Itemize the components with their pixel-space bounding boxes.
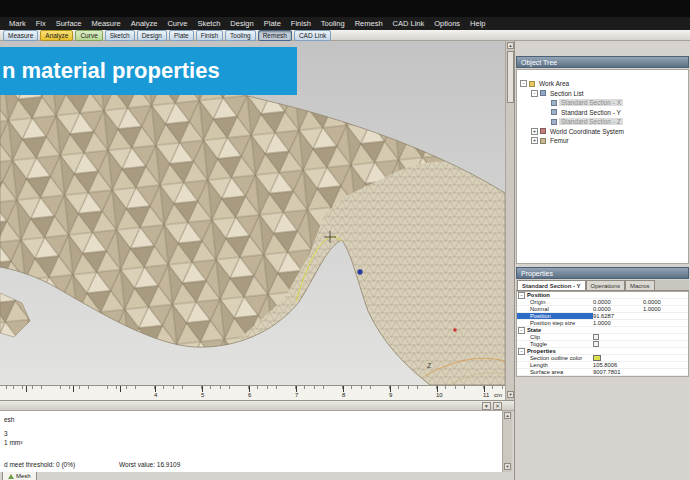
collapse-icon[interactable]: - [531, 90, 538, 97]
mesh-icon [540, 138, 546, 144]
toolbar-tab-sketch[interactable]: Sketch [105, 30, 135, 41]
threshold-text: d meet threshold: 0 (0%) [4, 461, 75, 468]
property-value[interactable] [593, 341, 643, 347]
toolbar-tab-remesh[interactable]: Remesh [258, 30, 292, 41]
coordinate-system-icon [540, 128, 546, 134]
mesh-icon [8, 474, 14, 479]
scroll-up-icon[interactable]: ▲ [504, 412, 511, 419]
menu-item-mark[interactable]: Mark [4, 19, 31, 28]
caption-text: n material properties [2, 58, 220, 84]
threshold-status: d meet threshold: 0 (0%) Worst value: 16… [4, 461, 180, 468]
ruler-number: 11 [483, 392, 489, 398]
section-icon [551, 100, 557, 106]
menu-item-plate[interactable]: Plate [259, 19, 286, 28]
tab-macros[interactable]: Macros [625, 280, 655, 290]
collapse-icon[interactable]: - [518, 292, 525, 299]
property-value[interactable]: 0.0000 [593, 306, 643, 312]
application-window: MarkFixSurfaceMeasureAnalyzeCurveSketchD… [0, 0, 690, 480]
section-icon [551, 119, 557, 125]
tree-item-work-area[interactable]: -Work Area [517, 79, 688, 89]
color-swatch-icon[interactable] [593, 355, 601, 361]
toolbar-tab-cad-link[interactable]: CAD Link [294, 30, 331, 41]
ruler-number: 9 [389, 392, 392, 398]
menu-item-sketch[interactable]: Sketch [192, 19, 225, 28]
tree-item-femur[interactable]: +Femur [517, 136, 688, 146]
collapse-icon[interactable]: - [518, 327, 525, 334]
expand-icon[interactable]: + [531, 128, 538, 135]
expand-icon[interactable]: + [531, 137, 538, 144]
stats-scrollbar[interactable]: ▲ ▼ [502, 411, 512, 472]
menu-item-measure[interactable]: Measure [87, 19, 126, 28]
menu-item-surface[interactable]: Surface [51, 19, 87, 28]
property-value[interactable] [593, 355, 643, 361]
tab-mesh-label: Mesh [16, 473, 31, 479]
tree-item-label: Standard Section - X [559, 99, 623, 106]
property-value[interactable] [593, 334, 643, 340]
tree-item-world-coordinate-system[interactable]: +World Coordinate System [517, 127, 688, 137]
close-icon[interactable]: ✕ [493, 402, 502, 410]
titlebar [0, 0, 690, 17]
property-row-length: Length105.8006 [517, 362, 688, 369]
scrollbar-thumb[interactable] [507, 51, 514, 103]
toolbar-tab-curve[interactable]: Curve [75, 30, 102, 41]
toolbar-tab-plate[interactable]: Plate [169, 30, 194, 41]
object-tree: -Work Area-Section ListStandard Section … [516, 69, 689, 264]
tree-item-label: Section List [548, 90, 586, 97]
menu-item-fix[interactable]: Fix [31, 19, 51, 28]
property-value[interactable]: 0.0000 [593, 299, 643, 305]
tree-item-section-list[interactable]: -Section List [517, 89, 688, 99]
ruler-unit-label: cm [494, 392, 502, 398]
ruler: 4567891011 cm [0, 385, 505, 400]
menu-item-curve[interactable]: Curve [162, 19, 192, 28]
property-row-origin: Origin0.00000.0000 [517, 299, 688, 306]
tree-item-label: Standard Section - Y [559, 109, 623, 116]
collapse-icon[interactable]: - [520, 80, 527, 87]
toolbar-tab-design[interactable]: Design [137, 30, 167, 41]
checkbox-icon[interactable] [593, 341, 599, 347]
scroll-up-icon[interactable]: ▲ [507, 42, 514, 49]
ruler-number: 4 [154, 392, 157, 398]
property-row-normal: Normal0.00001.0000 [517, 306, 688, 313]
property-label: Position step size [517, 320, 593, 326]
tree-item-standard-section-y[interactable]: Standard Section - Y [517, 108, 688, 118]
menu-item-help[interactable]: Help [465, 19, 490, 28]
scroll-down-icon[interactable]: ▼ [504, 463, 511, 470]
property-value-2[interactable]: 0.0000 [643, 299, 688, 305]
tab-standard-section-y[interactable]: Standard Section - Y [517, 280, 586, 290]
menu-item-tooling[interactable]: Tooling [316, 19, 350, 28]
viewport-scrollbar[interactable]: ▲ ▼ [505, 41, 514, 400]
section-list-icon [540, 90, 546, 96]
stats-line: 1 mm³ [4, 439, 22, 446]
property-value[interactable]: 105.8006 [593, 362, 643, 368]
menu-bar: MarkFixSurfaceMeasureAnalyzeCurveSketchD… [0, 17, 690, 30]
menu-item-options[interactable]: Options [429, 19, 465, 28]
collapse-icon[interactable]: - [518, 348, 525, 355]
property-value[interactable]: 1.0000 [593, 320, 643, 326]
menu-item-remesh[interactable]: Remesh [350, 19, 388, 28]
vertex-marker [358, 270, 363, 275]
property-value[interactable]: 91.6287 [593, 313, 643, 319]
tab-operations[interactable]: Operations [586, 280, 625, 290]
group-label: State [527, 327, 541, 333]
menu-item-analyze[interactable]: Analyze [126, 19, 163, 28]
property-value-2[interactable]: 1.0000 [643, 306, 688, 312]
toolbar-tab-tooling[interactable]: Tooling [225, 30, 256, 41]
property-value[interactable]: 9007.7801 [593, 369, 643, 375]
toolbar-tab-measure[interactable]: Measure [3, 30, 38, 41]
checkbox-icon[interactable] [593, 334, 599, 340]
tree-item-standard-section-z[interactable]: Standard Section - Z [517, 117, 688, 127]
toolbar-tab-analyze[interactable]: Analyze [40, 30, 73, 41]
property-row-position: Position91.6287 [517, 313, 688, 320]
stats-line: 3 [4, 430, 8, 437]
property-label: Clip [517, 334, 593, 340]
chevron-down-icon[interactable]: ▾ [482, 402, 491, 410]
toolbar-tab-finish[interactable]: Finish [196, 30, 223, 41]
tree-item-standard-section-x[interactable]: Standard Section - X [517, 98, 688, 108]
menu-item-finish[interactable]: Finish [286, 19, 316, 28]
scroll-down-icon[interactable]: ▼ [507, 391, 514, 398]
menu-item-design[interactable]: Design [225, 19, 258, 28]
tab-mesh[interactable]: Mesh [2, 472, 37, 480]
property-label: Normal [517, 306, 593, 312]
properties-header: Properties [516, 267, 689, 279]
menu-item-cad-link[interactable]: CAD Link [388, 19, 430, 28]
